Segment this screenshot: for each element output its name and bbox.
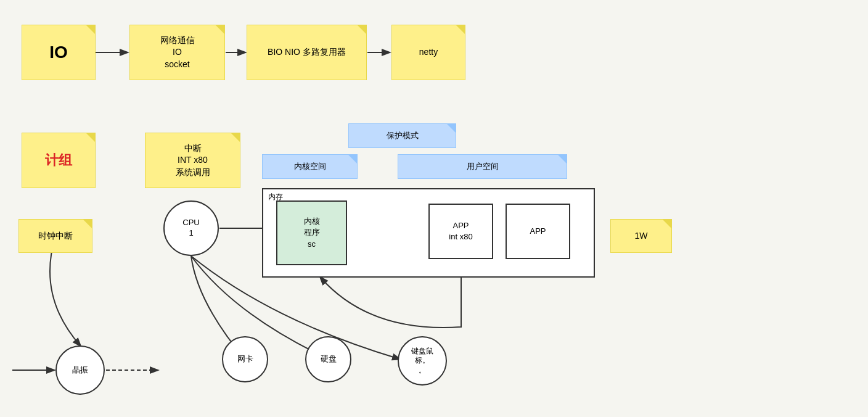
canvas: IO 网络通信IOsocket BIO NIO 多路复用器 netty 计组 中…	[0, 0, 868, 417]
note-netty: netty	[391, 25, 465, 80]
note-bio-nio: BIO NIO 多路复用器	[247, 25, 367, 80]
app-int-label: APPint x80	[449, 220, 472, 242]
note-user-space-label: 用户空间	[467, 161, 499, 172]
note-clock-label: 时钟中断	[38, 230, 73, 242]
note-protect-label: 保护模式	[387, 130, 419, 141]
app-int-box: APPint x80	[428, 204, 493, 259]
note-kernel-space-label: 内核空间	[294, 161, 326, 172]
note-jizu: 计组	[22, 133, 96, 188]
circle-harddisk: 硬盘	[305, 336, 351, 382]
circle-network-card-label: 网卡	[237, 354, 253, 365]
note-kernel-space: 内核空间	[262, 154, 358, 179]
circle-crystal: 晶振	[55, 345, 105, 395]
note-1w: 1W	[610, 219, 672, 253]
note-network: 网络通信IOsocket	[129, 25, 225, 80]
kernel-program-label: 内核程序sc	[304, 216, 320, 250]
kernel-program-box: 内核程序sc	[276, 200, 347, 265]
circle-cpu-label: CPU1	[182, 218, 199, 239]
note-interrupt: 中断INT x80系统调用	[145, 133, 240, 188]
circle-keyboard-label: 键盘鼠标。。	[411, 347, 433, 376]
app-box: APP	[506, 204, 570, 259]
note-netty-label: netty	[419, 46, 438, 59]
note-network-label: 网络通信IOsocket	[160, 35, 195, 71]
note-1w-label: 1W	[635, 230, 648, 242]
app-label: APP	[530, 226, 546, 237]
circle-network-card: 网卡	[222, 336, 268, 382]
note-user-space: 用户空间	[398, 154, 567, 179]
note-jizu-label: 计组	[45, 151, 72, 170]
circle-harddisk-label: 硬盘	[321, 354, 337, 365]
note-bio-nio-label: BIO NIO 多路复用器	[268, 46, 346, 59]
circle-keyboard: 键盘鼠标。。	[398, 336, 447, 386]
note-interrupt-label: 中断INT x80系统调用	[176, 142, 210, 179]
note-protect: 保护模式	[348, 123, 456, 148]
note-io: IO	[22, 25, 96, 80]
note-clock: 时钟中断	[18, 219, 92, 253]
circle-crystal-label: 晶振	[72, 365, 88, 376]
circle-cpu: CPU1	[163, 200, 219, 256]
